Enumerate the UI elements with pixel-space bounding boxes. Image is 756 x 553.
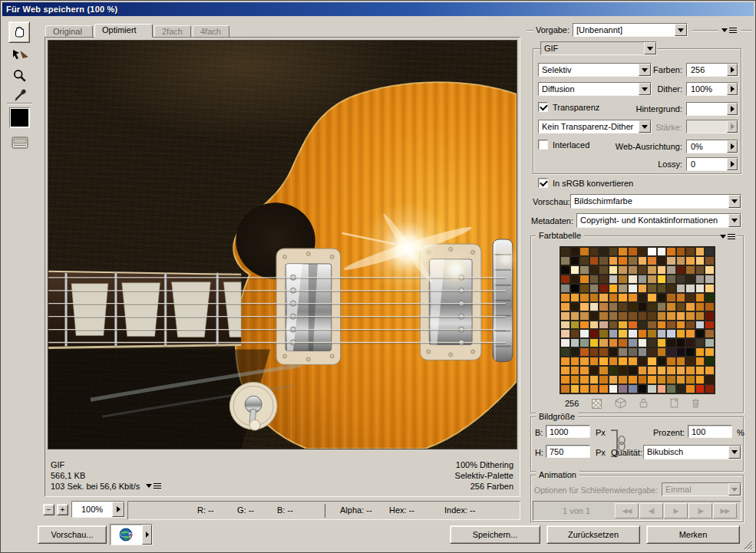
color-swatch[interactable] [647, 311, 657, 321]
color-swatch[interactable] [570, 247, 580, 256]
color-swatch[interactable] [618, 321, 628, 330]
color-swatch[interactable] [589, 311, 599, 321]
browser-preview-arrow-icon[interactable] [142, 525, 152, 545]
color-swatch[interactable] [579, 265, 589, 275]
color-swatch[interactable] [657, 384, 667, 393]
reduction-combo[interactable]: Selektiv [538, 63, 652, 77]
status-menu-icon[interactable] [146, 482, 163, 491]
color-swatch[interactable] [666, 311, 676, 321]
color-swatch[interactable] [657, 265, 667, 275]
transparency-dither-arrow-icon[interactable] [639, 120, 651, 133]
webausrichtung-spinner-icon[interactable] [727, 140, 738, 153]
color-swatch[interactable] [599, 265, 609, 275]
color-swatch[interactable] [560, 338, 570, 347]
color-swatch[interactable] [618, 284, 628, 293]
color-swatch[interactable] [628, 357, 638, 366]
color-swatch[interactable] [685, 375, 695, 384]
color-swatch[interactable] [676, 366, 686, 375]
width-input[interactable]: 1000 [546, 425, 590, 438]
color-swatch[interactable] [657, 375, 667, 384]
color-swatch[interactable] [599, 275, 609, 284]
hand-tool-button[interactable] [8, 21, 30, 43]
color-swatch[interactable] [657, 329, 667, 338]
play-button[interactable]: ▶ [664, 503, 688, 518]
color-swatch[interactable] [589, 338, 599, 347]
color-swatch[interactable] [570, 284, 580, 293]
color-swatch[interactable] [695, 347, 705, 357]
color-swatch[interactable] [647, 384, 657, 393]
color-swatch[interactable] [666, 247, 676, 256]
color-swatch[interactable] [685, 347, 695, 357]
color-swatch[interactable] [589, 265, 599, 275]
color-swatch[interactable] [609, 384, 619, 393]
color-swatch[interactable] [589, 256, 599, 265]
color-swatch[interactable] [628, 347, 638, 357]
color-swatch[interactable] [599, 321, 609, 330]
color-swatch[interactable] [628, 321, 638, 330]
color-swatch[interactable] [695, 329, 705, 338]
color-swatch[interactable] [599, 347, 609, 357]
color-swatch[interactable] [685, 366, 695, 375]
color-swatch[interactable] [579, 293, 589, 302]
color-swatch[interactable] [676, 256, 686, 265]
farbtabelle-menu-icon[interactable] [720, 232, 737, 242]
color-swatch[interactable] [638, 329, 648, 338]
color-swatch[interactable] [666, 338, 676, 347]
color-swatch[interactable] [695, 311, 705, 321]
color-swatch[interactable] [560, 366, 570, 375]
color-swatch[interactable] [599, 366, 609, 375]
color-swatch[interactable] [628, 256, 638, 265]
zoom-out-button[interactable]: − [43, 504, 54, 515]
color-swatch[interactable] [685, 275, 695, 284]
color-swatch[interactable] [579, 338, 589, 347]
color-swatch[interactable] [570, 256, 580, 265]
color-swatch[interactable] [676, 329, 686, 338]
color-swatch[interactable] [676, 302, 686, 311]
color-swatch[interactable] [676, 384, 686, 393]
color-swatch[interactable] [676, 338, 686, 347]
color-swatch[interactable] [638, 384, 648, 393]
color-swatch[interactable] [705, 366, 715, 375]
color-swatch[interactable] [618, 366, 628, 375]
color-swatch[interactable] [647, 321, 657, 330]
color-swatch[interactable] [638, 375, 648, 384]
color-swatch[interactable] [609, 302, 619, 311]
reduction-arrow-icon[interactable] [639, 64, 651, 76]
format-combo[interactable]: GIF [540, 41, 657, 55]
color-swatch[interactable] [638, 366, 648, 375]
color-swatch[interactable] [647, 293, 657, 302]
lossy-field[interactable]: 0 [686, 157, 738, 171]
color-swatch[interactable] [695, 357, 705, 366]
color-swatch[interactable] [685, 302, 695, 311]
color-swatch[interactable] [705, 256, 715, 265]
metadaten-arrow-icon[interactable] [728, 214, 741, 227]
hintergrund-spinner-icon[interactable] [727, 103, 738, 115]
color-swatch[interactable] [589, 275, 599, 284]
color-swatch[interactable] [589, 302, 599, 311]
color-swatch[interactable] [666, 265, 676, 275]
color-swatch[interactable] [685, 256, 695, 265]
color-swatch[interactable] [618, 384, 628, 393]
qualitaet-arrow-icon[interactable] [728, 446, 741, 459]
color-swatch[interactable] [570, 311, 580, 321]
color-swatch[interactable] [666, 256, 676, 265]
tab-4fach[interactable]: 4fach [193, 25, 229, 38]
color-swatch[interactable] [579, 321, 589, 330]
color-swatch[interactable] [695, 247, 705, 256]
color-swatch[interactable] [647, 366, 657, 375]
color-swatch[interactable] [589, 366, 599, 375]
color-swatch[interactable] [685, 338, 695, 347]
color-swatch[interactable] [695, 321, 705, 330]
color-swatch[interactable] [666, 366, 676, 375]
color-swatch[interactable] [705, 375, 715, 384]
color-swatch[interactable] [685, 321, 695, 330]
map-transparency-icon[interactable] [592, 399, 602, 409]
color-swatch[interactable] [579, 311, 589, 321]
color-swatch[interactable] [618, 338, 628, 347]
dither-method-arrow-icon[interactable] [639, 83, 651, 95]
color-swatch[interactable] [628, 247, 638, 256]
color-swatch[interactable] [657, 338, 667, 347]
color-swatch[interactable] [560, 321, 570, 330]
color-swatch[interactable] [638, 247, 648, 256]
color-swatch[interactable] [628, 366, 638, 375]
